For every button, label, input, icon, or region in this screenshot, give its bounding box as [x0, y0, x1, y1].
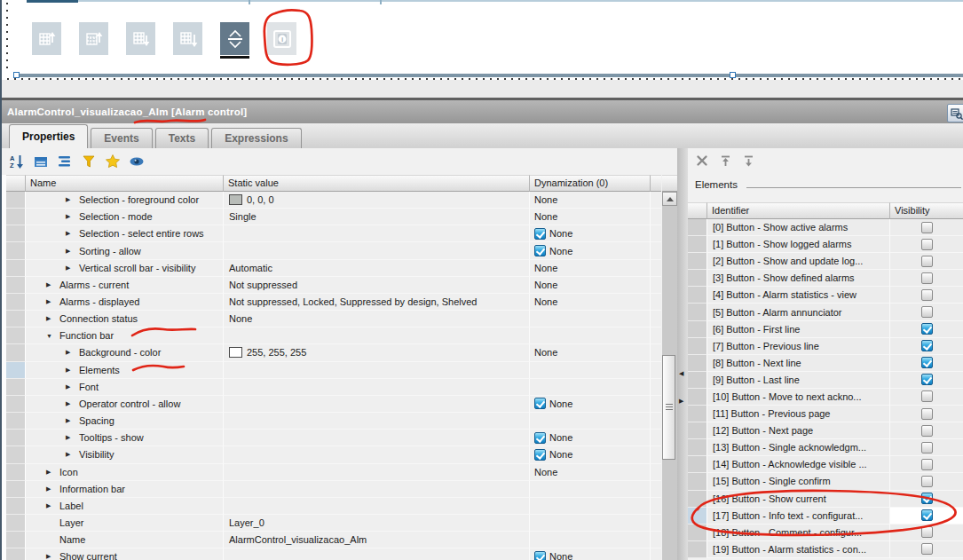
visibility-checkbox-unchecked[interactable]: [921, 390, 933, 402]
property-value-cell[interactable]: [224, 242, 530, 259]
expand-arrow-icon[interactable]: ▶: [66, 383, 79, 390]
selection-handle[interactable]: [730, 72, 736, 78]
tab-events[interactable]: Events: [91, 128, 152, 148]
filter-funnel-icon[interactable]: [81, 154, 97, 170]
dynamization-cell[interactable]: [530, 362, 651, 379]
property-value-cell[interactable]: 0, 0, 0: [224, 192, 530, 209]
visibility-checkbox-checked[interactable]: [921, 374, 933, 385]
dynamization-cell[interactable]: None: [530, 192, 651, 209]
element-visibility-cell[interactable]: [890, 456, 963, 473]
checkbox-checked[interactable]: [534, 228, 546, 240]
element-visibility-cell[interactable]: [890, 338, 963, 355]
expand-arrow-icon[interactable]: ▶: [66, 264, 79, 272]
property-value-cell[interactable]: Layer_0: [224, 515, 530, 532]
element-row[interactable]: [10] Button - Move to next ackno...: [688, 389, 963, 406]
property-row[interactable]: ▶Connection statusNone: [6, 311, 662, 327]
checkbox-checked[interactable]: [534, 551, 546, 560]
visibility-checkbox-unchecked[interactable]: [921, 543, 933, 555]
property-value-cell[interactable]: [224, 464, 530, 481]
visibility-checkbox-unchecked[interactable]: [921, 272, 933, 284]
checkbox-checked[interactable]: [534, 245, 546, 256]
element-visibility-cell[interactable]: [890, 287, 963, 304]
property-value-cell[interactable]: [224, 362, 530, 379]
dynamization-cell[interactable]: [530, 532, 651, 548]
visibility-checkbox-unchecked[interactable]: [921, 425, 933, 437]
element-visibility-cell[interactable]: [890, 389, 963, 406]
dynamization-cell[interactable]: [530, 379, 651, 396]
widget-selection-edge[interactable]: [16, 74, 963, 77]
list-view-icon[interactable]: [57, 154, 73, 170]
element-row[interactable]: [1] Button - Show logged alarms: [688, 236, 963, 253]
element-row[interactable]: [18] Button - Comment - configur...: [688, 525, 963, 541]
element-visibility-cell[interactable]: [890, 406, 963, 422]
dynamization-cell[interactable]: None: [530, 430, 651, 446]
element-visibility-cell[interactable]: [890, 541, 963, 558]
visibility-checkbox-unchecked[interactable]: [921, 306, 933, 318]
expand-arrow-icon[interactable]: ▶: [66, 451, 79, 458]
scrollbar-track[interactable]: [662, 206, 677, 560]
group-view-icon[interactable]: [33, 154, 49, 170]
element-row[interactable]: [13] Button - Single acknowledgm...: [688, 439, 963, 456]
expand-arrow-icon[interactable]: ▶: [66, 367, 79, 374]
property-value-cell[interactable]: None: [224, 311, 530, 327]
visibility-checkbox-unchecked[interactable]: [921, 442, 933, 454]
property-value-cell[interactable]: AlarmControl_visualizacao_Alm: [224, 532, 530, 548]
property-value-cell[interactable]: [224, 548, 530, 560]
visibility-checkbox-unchecked[interactable]: [921, 222, 933, 233]
property-value-cell[interactable]: [224, 413, 530, 430]
dynamization-cell[interactable]: None: [530, 277, 651, 294]
color-swatch[interactable]: [229, 194, 242, 205]
favorites-star-icon[interactable]: [105, 154, 121, 170]
expand-arrow-icon[interactable]: ▶: [46, 281, 59, 288]
property-table-scrollbar[interactable]: [662, 148, 677, 560]
visibility-checkbox-checked[interactable]: [921, 509, 933, 521]
element-row[interactable]: [17] Button - Info text - configurat...: [688, 508, 963, 525]
checkbox-checked[interactable]: [534, 432, 546, 444]
checkbox-checked[interactable]: [534, 398, 546, 409]
element-visibility-cell[interactable]: [890, 270, 963, 287]
expand-arrow-icon[interactable]: ▶: [46, 485, 59, 493]
element-row[interactable]: [4] Button - Alarm statistics - view: [688, 287, 963, 304]
splitter-collapse-right-icon[interactable]: ▶: [679, 398, 683, 404]
expand-arrow-icon[interactable]: ▶: [66, 434, 79, 441]
selection-handle[interactable]: [13, 72, 20, 78]
visibility-checkbox-unchecked[interactable]: [921, 256, 933, 267]
element-row[interactable]: [14] Button - Acknowledge visible ...: [688, 456, 963, 473]
move-up-icon[interactable]: [718, 154, 732, 168]
expand-arrow-icon[interactable]: ▶: [66, 213, 79, 220]
expand-arrow-icon[interactable]: ▶: [66, 248, 79, 255]
dynamization-cell[interactable]: None: [530, 260, 651, 277]
element-row[interactable]: [12] Button - Next page: [688, 422, 963, 439]
visibility-checkbox-checked[interactable]: [921, 323, 933, 335]
element-row[interactable]: [0] Button - Show active alarms: [688, 219, 963, 236]
element-row[interactable]: [8] Button - Next line: [688, 355, 963, 372]
property-value-cell[interactable]: [224, 446, 530, 463]
expand-arrow-icon[interactable]: ▶: [46, 502, 59, 509]
visibility-checkbox-unchecked[interactable]: [921, 526, 933, 538]
visibility-checkbox-unchecked[interactable]: [921, 476, 933, 487]
dynamization-cell[interactable]: [530, 327, 651, 344]
tab-expressions[interactable]: Expressions: [211, 128, 301, 148]
dynamization-cell[interactable]: [530, 413, 651, 430]
property-value-cell[interactable]: [224, 481, 530, 498]
dynamization-cell[interactable]: None: [530, 446, 651, 463]
property-row[interactable]: ▶Elements: [6, 362, 662, 379]
dynamization-cell[interactable]: None: [530, 396, 651, 413]
scrollbar-thumb[interactable]: [662, 355, 675, 460]
expand-arrow-icon[interactable]: ▶: [66, 349, 79, 356]
property-row[interactable]: ▶Show currentNone: [6, 548, 662, 560]
property-row[interactable]: ▶Font: [6, 379, 662, 396]
table-arrow-up-icon[interactable]: [32, 22, 61, 55]
dynamization-cell[interactable]: None: [530, 344, 651, 361]
element-row[interactable]: [11] Button - Previous page: [688, 406, 963, 422]
checkbox-checked[interactable]: [534, 449, 546, 461]
element-row[interactable]: [6] Button - First line: [688, 321, 963, 338]
property-value-cell[interactable]: Single: [224, 209, 530, 225]
dynamization-cell[interactable]: [530, 481, 651, 498]
property-row[interactable]: ▶Selection - modeSingleNone: [6, 209, 662, 225]
move-down-icon[interactable]: [741, 154, 755, 168]
expand-arrow-icon[interactable]: ▶: [46, 469, 59, 476]
visibility-eye-icon[interactable]: [129, 154, 145, 170]
expand-arrow-icon[interactable]: ▶: [46, 298, 59, 305]
element-visibility-cell[interactable]: [890, 355, 963, 372]
